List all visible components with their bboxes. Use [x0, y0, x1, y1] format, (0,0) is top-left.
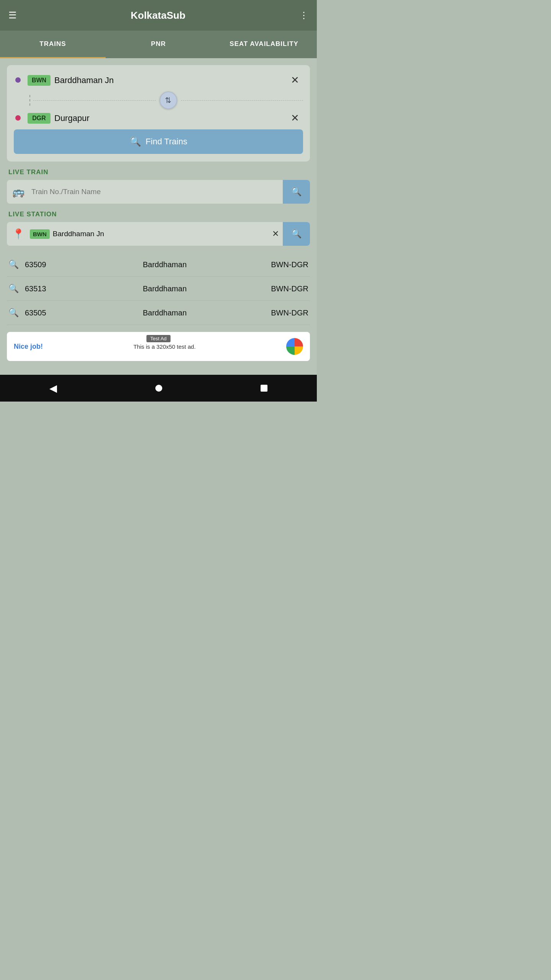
result-station: Barddhaman — [59, 260, 270, 269]
result-route: BWN-DGR — [270, 284, 308, 293]
search-icon: 🔍 — [130, 136, 141, 147]
live-station-search-button[interactable]: 🔍 — [283, 222, 310, 246]
to-station-code: DGR — [28, 113, 51, 124]
from-station-code: BWN — [28, 75, 51, 86]
recent-apps-square-icon — [261, 385, 267, 392]
home-button[interactable] — [144, 381, 174, 395]
ad-logo-icon — [286, 338, 303, 355]
tab-trains[interactable]: TRAINS — [0, 31, 106, 58]
live-train-label: LIVE TRAIN — [8, 168, 310, 176]
result-number: 63513 — [25, 284, 59, 293]
hamburger-icon[interactable]: ☰ — [8, 10, 17, 21]
back-button[interactable]: ◀ — [38, 379, 68, 398]
result-number: 63505 — [25, 309, 59, 317]
to-station-name: Durgapur — [54, 113, 287, 123]
location-icon: 📍 — [7, 228, 30, 240]
clear-to-station-button[interactable]: ✕ — [287, 111, 303, 126]
live-station-input-row: 📍 BWN Barddhaman Jn ✕ 🔍 — [7, 222, 310, 246]
to-station-row: DGR Durgapur ✕ — [14, 111, 303, 126]
live-train-input[interactable] — [30, 181, 283, 203]
train-icon: 🚌 — [7, 186, 30, 198]
ad-nice-text: Nice job! — [14, 343, 43, 351]
result-route: BWN-DGR — [270, 309, 308, 317]
result-route: BWN-DGR — [270, 260, 308, 269]
ad-description: This is a 320x50 test ad. — [43, 343, 286, 350]
swap-row: ⇅ — [28, 91, 303, 109]
tab-bar: TRAINS PNR SEAT AVAILABILITY — [0, 31, 317, 58]
live-train-input-row: 🚌 🔍 — [7, 180, 310, 204]
result-station: Barddhaman — [59, 309, 270, 317]
clear-from-station-button[interactable]: ✕ — [287, 73, 303, 88]
clear-live-station-button[interactable]: ✕ — [268, 229, 283, 239]
result-number: 63509 — [25, 260, 59, 269]
bottom-nav: ◀ — [0, 375, 317, 402]
live-station-label: LIVE STATION — [8, 211, 310, 218]
result-row[interactable]: 🔍 63509 Barddhaman BWN-DGR — [7, 253, 310, 277]
result-row[interactable]: 🔍 63505 Barddhaman BWN-DGR — [7, 301, 310, 325]
from-station-name: Barddhaman Jn — [54, 75, 287, 85]
recent-apps-button[interactable] — [249, 381, 279, 395]
app-title: KolkataSub — [130, 10, 185, 21]
results-list: 🔍 63509 Barddhaman BWN-DGR 🔍 63513 Bardd… — [7, 253, 310, 325]
swap-stations-button[interactable]: ⇅ — [160, 91, 177, 109]
from-station-row: BWN Barddhaman Jn ✕ — [14, 73, 303, 88]
home-circle-icon — [155, 385, 162, 392]
tab-seat-availability[interactable]: SEAT AVAILABILITY — [211, 31, 317, 58]
search-card: BWN Barddhaman Jn ✕ ⇅ DGR Durgapur ✕ 🔍 F… — [7, 65, 310, 162]
more-icon[interactable]: ⋮ — [299, 10, 308, 21]
result-row[interactable]: 🔍 63513 Barddhaman BWN-DGR — [7, 277, 310, 301]
main-content: BWN Barddhaman Jn ✕ ⇅ DGR Durgapur ✕ 🔍 F… — [0, 58, 317, 375]
app-bar: ☰ KolkataSub ⋮ — [0, 0, 317, 31]
result-search-icon: 🔍 — [8, 284, 19, 294]
ad-label: Test Ad — [147, 335, 171, 342]
live-station-code: BWN — [30, 229, 50, 239]
ad-banner: Test Ad Nice job! This is a 320x50 test … — [7, 332, 310, 361]
live-station-name: Barddhaman Jn — [53, 223, 268, 245]
result-search-icon: 🔍 — [8, 260, 19, 270]
find-trains-button[interactable]: 🔍 Find Trains — [14, 129, 303, 154]
live-train-search-button[interactable]: 🔍 — [283, 180, 310, 204]
result-station: Barddhaman — [59, 284, 270, 293]
tab-pnr[interactable]: PNR — [106, 31, 211, 58]
result-search-icon: 🔍 — [8, 308, 19, 318]
